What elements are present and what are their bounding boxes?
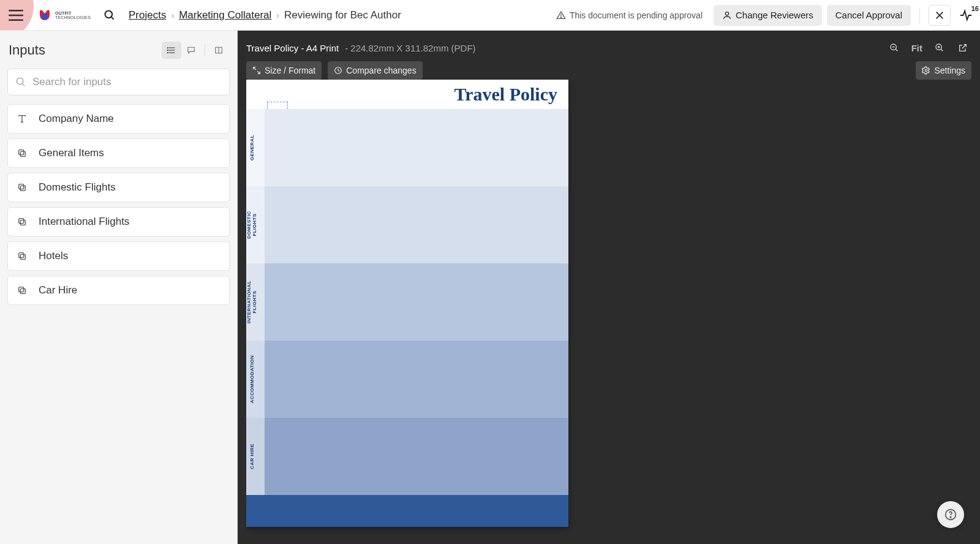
svg-rect-23 [20,151,25,156]
document-toolbar: Travel Policy - A4 Print - 224.82mm X 31… [246,39,971,56]
clock-icon [334,66,342,75]
brand-text: OUTFIT TECHNOLOGIES [55,11,91,20]
input-card-label: General Items [39,147,104,159]
canvas-area: Travel Policy - A4 Print - 224.82mm X 31… [238,31,980,544]
svg-rect-27 [20,220,25,225]
svg-point-8 [725,12,728,15]
sidebar-view-toggle [162,42,228,59]
section-body [265,263,568,341]
section-label: CAR HIRE [249,420,255,493]
svg-line-34 [895,49,897,51]
breadcrumb-projects[interactable]: Projects [129,9,166,21]
close-button[interactable] [929,5,951,26]
input-card[interactable]: Domestic Flights [7,173,230,202]
view-list-button[interactable] [162,42,181,59]
svg-point-45 [950,516,951,518]
close-icon [935,10,944,20]
copy-icon [17,148,28,158]
text-icon [17,114,28,124]
breadcrumb-current: Reviewing for Bec Author [284,9,401,21]
svg-rect-25 [20,186,25,191]
input-card-label: Car Hire [39,284,77,297]
settings-button[interactable]: Settings [916,61,971,80]
svg-line-41 [257,71,260,74]
inputs-sidebar: Inputs [0,31,238,544]
size-format-button[interactable]: Size / Format [246,61,322,80]
sidebar-search[interactable] [7,69,230,96]
input-card[interactable]: Hotels [7,241,230,271]
input-card[interactable]: Company Name [7,104,230,134]
pending-approval-label: This document is pending approval [556,10,703,20]
chevron-right-icon: › [171,10,174,20]
zoom-out-icon [889,43,899,53]
change-reviewers-button[interactable]: Change Reviewers [714,5,822,26]
svg-point-3 [42,13,48,20]
activity-icon [959,9,973,22]
svg-rect-0 [9,10,23,12]
svg-line-5 [111,17,114,19]
svg-point-7 [560,17,561,17]
section-label: INTERNATIONAL FLIGHTS [246,265,257,339]
sidebar-search-input[interactable] [32,76,222,88]
zoom-out-button[interactable] [886,39,903,56]
global-search-button[interactable] [99,5,120,26]
copy-icon [17,217,28,227]
sidebar-title: Inputs [9,42,45,58]
help-button[interactable] [937,501,964,528]
svg-line-20 [22,83,24,86]
svg-line-37 [941,49,943,51]
input-card[interactable]: General Items [7,138,230,168]
copy-icon [17,251,28,261]
top-header: OUTFIT TECHNOLOGIES Projects › Marketing… [0,0,980,31]
input-card[interactable]: International Flights [7,207,230,236]
activity-button[interactable]: 16 [959,9,973,22]
open-external-button[interactable] [954,39,971,56]
expand-icon [252,66,261,75]
zoom-in-icon [935,43,944,53]
activity-count: 16 [971,5,979,12]
svg-point-4 [105,10,113,18]
svg-rect-26 [19,184,24,189]
svg-point-43 [925,69,928,72]
breadcrumb: Projects › Marketing Collateral › Review… [129,9,401,21]
document-name: Travel Policy - A4 Print [246,43,339,53]
svg-rect-29 [20,254,25,259]
search-icon [104,9,116,21]
svg-point-16 [167,52,168,53]
copy-icon [17,285,28,295]
search-icon [15,77,26,88]
doc-section: ACCOMMODATION [246,341,568,418]
section-label: DOMESTIC FLIGHTS [246,188,257,262]
input-card-label: Company Name [39,113,114,125]
zoom-fit-label[interactable]: Fit [911,43,922,53]
doc-section: GENERAL [246,109,568,186]
view-columns-button[interactable] [209,42,228,59]
input-card-label: Domestic Flights [39,181,116,194]
input-card-label: International Flights [39,216,129,228]
svg-point-15 [167,50,168,50]
svg-rect-32 [19,287,24,292]
warning-icon [556,10,566,20]
divider [919,7,920,23]
page-title: Travel Policy [246,80,568,109]
section-body [265,109,568,186]
svg-rect-31 [20,289,25,293]
comment-icon [186,45,196,55]
hamburger-icon [9,10,23,21]
view-comments-button[interactable] [181,42,201,59]
compare-changes-button[interactable]: Compare changes [328,61,422,80]
svg-rect-24 [19,150,24,155]
input-card[interactable]: Car Hire [7,276,230,305]
chevron-right-icon: › [276,10,279,20]
document-page[interactable]: Travel Policy GENERALDOMESTIC FLIGHTSINT… [246,80,568,527]
svg-line-40 [254,67,256,70]
brand-logo[interactable]: OUTFIT TECHNOLOGIES [37,7,91,23]
gear-icon [922,66,930,75]
external-link-icon [958,43,968,53]
menu-button[interactable] [2,2,29,29]
list-icon [167,45,176,55]
breadcrumb-folder[interactable]: Marketing Collateral [179,9,271,21]
cancel-approval-button[interactable]: Cancel Approval [827,5,911,26]
doc-section: INTERNATIONAL FLIGHTS [246,263,568,341]
zoom-in-button[interactable] [931,39,948,56]
